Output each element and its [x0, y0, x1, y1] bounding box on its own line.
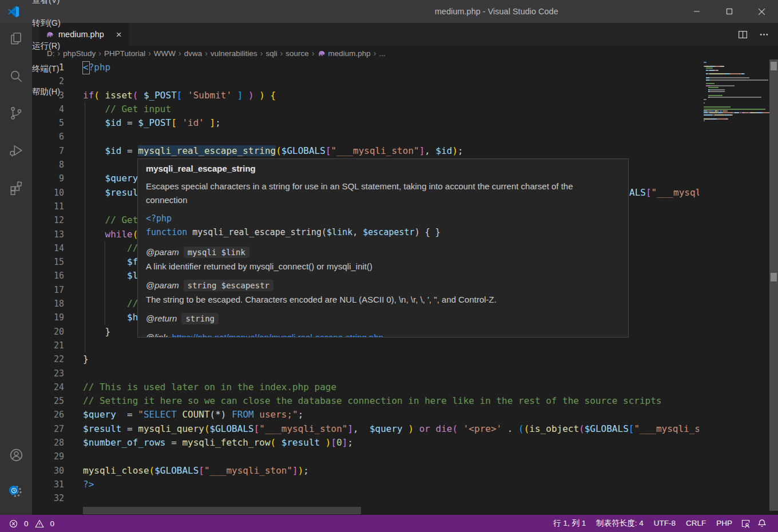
minimap-line [704, 77, 769, 78]
hover-doc-tag-row: @paramstring $escapestr [146, 278, 620, 292]
minimap-line [704, 114, 769, 116]
menu-item[interactable]: 查看(V) [26, 0, 66, 11]
editor-group: medium.php × D:›phpStudy›PHPTutorial›WWW… [32, 23, 778, 515]
breadcrumb-item[interactable]: vulnerabilities [209, 49, 259, 58]
split-editor-icon[interactable] [738, 30, 748, 39]
minimap-line [704, 68, 769, 69]
code-line[interactable] [32, 130, 778, 144]
maximize-button[interactable] [713, 0, 745, 23]
breadcrumb-item[interactable]: sqli [264, 49, 278, 58]
menu-item[interactable]: 终端(T) [26, 57, 66, 80]
doc-tag: @return [146, 313, 177, 323]
cursor-position[interactable]: 行 1, 列 1 [548, 515, 591, 532]
minimap-line [704, 95, 769, 96]
minimap-line [704, 116, 769, 117]
eol-sequence[interactable]: CRLF [681, 515, 711, 532]
doc-code-chip: mysqli $link [184, 247, 249, 258]
breadcrumb-item[interactable]: PHPTutorial [103, 49, 146, 58]
code-line[interactable] [32, 339, 778, 352]
breadcrumb-chevron-icon: › [148, 49, 151, 58]
code-line[interactable]: mysqli_close($GLOBALS["___mysqli_ston"])… [32, 464, 778, 478]
code-line[interactable]: $number_of_rows = mysqli_fetch_row( $res… [32, 436, 778, 450]
minimize-button[interactable] [680, 0, 713, 23]
doc-tag-description: A link identifier returned by mysqli_con… [146, 259, 620, 273]
title-bar: 文件(F)编辑(E)选择(S)查看(V)转到(G)运行(R)终端(T)帮助(H)… [0, 0, 778, 23]
minimap-line [704, 80, 769, 81]
minimap-line [704, 101, 769, 102]
breadcrumb-item[interactable]: phpStudy [62, 49, 97, 58]
code-line[interactable]: // Get input [32, 102, 778, 116]
code-line[interactable]: } [32, 352, 778, 366]
code-line[interactable]: <?php [32, 61, 778, 74]
breadcrumb-item[interactable]: source [284, 49, 310, 58]
minimap-line [704, 105, 769, 106]
notifications-bell-icon[interactable] [754, 519, 770, 528]
warnings-count[interactable]: 0 [50, 519, 55, 528]
doc-tag-description: The string to be escaped. Characters enc… [146, 292, 620, 307]
vertical-scrollbar[interactable] [769, 59, 778, 511]
code-line[interactable] [32, 367, 778, 380]
php-elephant-icon [317, 49, 326, 58]
update-clock-badge [9, 486, 18, 495]
code-line[interactable]: ?> [32, 478, 778, 491]
menu-item[interactable]: 运行(R) [26, 34, 66, 57]
breadcrumb-item[interactable]: dvwa [183, 49, 204, 58]
minimap-line [704, 73, 769, 74]
minimap-line [704, 72, 769, 73]
code-line[interactable]: if( isset( $_POST[ 'Submit' ] ) ) { [32, 89, 778, 102]
code-line[interactable]: // This is used later on in the index.ph… [32, 380, 778, 394]
minimap-line [704, 81, 769, 82]
warnings-icon[interactable] [31, 519, 47, 528]
code-line[interactable] [32, 74, 778, 88]
minimap-line [704, 63, 769, 65]
menu-item[interactable]: 帮助(H) [26, 80, 66, 103]
code-line[interactable] [32, 491, 778, 505]
breadcrumb-item[interactable]: WWW [153, 49, 177, 58]
close-window-button[interactable] [745, 0, 778, 23]
doc-link[interactable]: https://php.net/manual/en/mysqli.real-es… [172, 332, 383, 338]
hover-doc-tag-row: @parammysqli $link [146, 245, 620, 259]
account-icon[interactable] [0, 439, 32, 471]
errors-icon[interactable] [6, 519, 21, 528]
vscode-logo [7, 6, 19, 18]
menu-item[interactable]: 转到(G) [26, 11, 66, 34]
more-actions-icon[interactable] [759, 30, 769, 39]
minimap-line [704, 112, 769, 113]
indentation[interactable]: 制表符长度: 4 [591, 515, 649, 532]
encoding[interactable]: UTF-8 [649, 515, 681, 532]
minimap-line [704, 91, 769, 92]
hover-title: mysqli_real_escape_string [146, 162, 620, 175]
code-line[interactable]: $result = mysqli_query($GLOBALS["___mysq… [32, 422, 778, 436]
minimap-line [704, 76, 769, 77]
code-line[interactable] [32, 450, 778, 463]
code-line[interactable]: $id = mysqli_real_escape_string($GLOBALS… [32, 144, 778, 158]
text-cursor [82, 61, 90, 74]
hover-signature-code: <?phpfunction mysqli_real_escape_string(… [146, 212, 620, 239]
extensions-icon[interactable] [0, 172, 32, 204]
feedback-icon[interactable] [737, 519, 754, 528]
settings-gear-icon[interactable] [0, 475, 32, 507]
minimap-line [704, 109, 769, 110]
clipped-code-fragment: ALS["___mysql [629, 186, 701, 200]
breadcrumb-chevron-icon: › [374, 49, 376, 58]
doc-tag: @param [146, 280, 179, 290]
language-mode[interactable]: PHP [711, 515, 737, 532]
scrollbar-thumb[interactable] [771, 62, 777, 70]
code-line[interactable]: // Setting it here so we can close the d… [32, 394, 778, 408]
doc-code-chip: string $escapestr [184, 280, 273, 291]
code-line[interactable]: $query = "SELECT COUNT(*) FROM users;"; [32, 408, 778, 422]
minimap-line [704, 102, 769, 104]
horizontal-scrollbar[interactable] [83, 507, 361, 514]
breadcrumb-chevron-icon: › [98, 49, 101, 58]
breadcrumb-item[interactable]: ... [378, 49, 387, 58]
tab-close-icon[interactable]: × [116, 30, 122, 39]
breadcrumb-item[interactable]: medium.php [316, 49, 372, 58]
doc-code-chip: string [181, 313, 219, 324]
window-controls [680, 0, 778, 23]
run-debug-icon[interactable] [0, 134, 32, 166]
code-line[interactable]: $id = $_POST[ 'id' ]; [32, 116, 778, 130]
minimap-line [704, 83, 769, 84]
minimap-line [704, 85, 769, 86]
errors-count[interactable]: 0 [24, 519, 29, 528]
minimap[interactable] [699, 61, 769, 513]
